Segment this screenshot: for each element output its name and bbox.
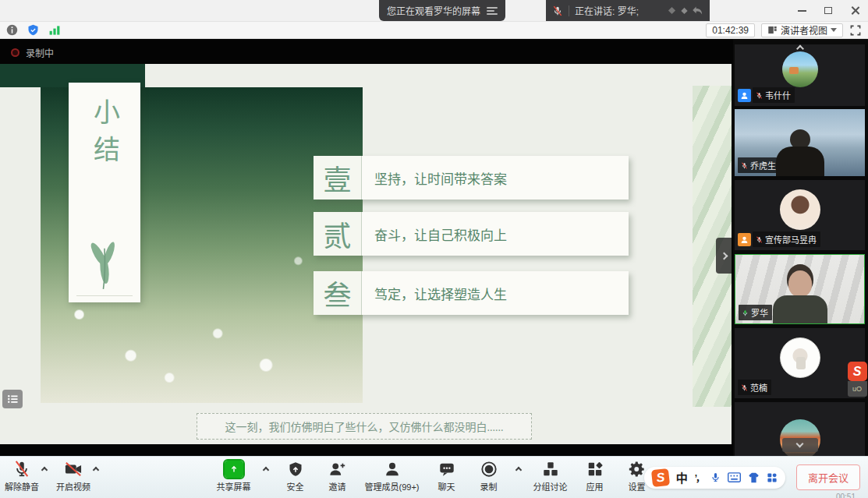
watching-banner-text: 您正在观看罗华的屏幕	[387, 4, 480, 17]
chat-icon	[438, 461, 455, 478]
point-text: 笃定，让选择塑造人生	[362, 271, 507, 315]
camera-off-icon	[64, 461, 83, 478]
chat-button[interactable]: 聊天	[432, 461, 462, 493]
close-button[interactable]	[841, 0, 868, 21]
annotation-list-button[interactable]	[2, 390, 23, 408]
point-text: 坚持，让时间带来答案	[362, 156, 507, 200]
manage-members-button[interactable]: 管理成员(99+)	[365, 461, 420, 493]
pen-tool-icon[interactable]	[667, 5, 677, 16]
avatar	[782, 51, 818, 87]
point-text: 奋斗，让自己积极向上	[362, 212, 507, 256]
name-tag: 宣传部马昱冉	[738, 231, 820, 247]
meeting-info-icon[interactable]	[6, 24, 18, 36]
watching-banner: 您正在观看罗华的屏幕	[379, 0, 505, 21]
participant-name: 范楠	[750, 381, 767, 394]
collapse-down-control[interactable]	[782, 438, 818, 452]
meeting-toolbar: 解除静音 开启视频 共享屏幕 安全 邀请	[0, 456, 868, 498]
invite-icon	[328, 461, 347, 478]
ime-voice-icon[interactable]	[710, 472, 721, 483]
summary-point-3: 叁 笃定，让选择塑造人生	[314, 271, 629, 315]
shape-tool-icon[interactable]	[679, 5, 689, 16]
active-mic-icon	[742, 309, 749, 317]
floating-app-logo[interactable]: S	[848, 362, 867, 381]
point-number: 叁	[314, 271, 362, 315]
ime-logo-icon[interactable]: S	[651, 468, 670, 486]
name-tag: 罗华	[739, 305, 772, 320]
muted-mic-icon	[741, 161, 748, 170]
participant-tile-speaker[interactable]: 罗华	[735, 254, 865, 324]
participant-tile-6[interactable]	[735, 402, 865, 456]
point-number: 壹	[314, 156, 362, 200]
chevron-right-icon	[720, 252, 728, 260]
unmute-options-chevron[interactable]	[42, 468, 47, 472]
caret-down-icon	[831, 28, 837, 32]
name-tag: 乔虎生	[738, 157, 780, 173]
sidebar-collapse-tab[interactable]	[716, 238, 732, 274]
members-icon	[384, 461, 401, 478]
ime-punctuation-toggle[interactable]: ’，	[695, 471, 703, 484]
breakout-rooms-button[interactable]: 分组讨论	[533, 461, 568, 493]
cohost-badge-icon	[738, 233, 751, 246]
annotation-tools[interactable]	[667, 5, 703, 16]
fullscreen-icon[interactable]	[849, 24, 862, 37]
share-screen-button[interactable]: 共享屏幕	[217, 461, 251, 493]
layout-icon	[767, 25, 778, 35]
ime-keyboard-icon[interactable]	[728, 472, 741, 482]
record-options-chevron[interactable]	[516, 468, 521, 472]
ime-mode-toggle[interactable]: 中	[676, 469, 688, 486]
ime-toolbar: S 中 ’，	[644, 467, 785, 489]
apps-button[interactable]: 应用	[580, 461, 610, 493]
participant-name: 宣传部马昱冉	[765, 233, 817, 245]
speaking-banner-text: 正在讲话: 罗华;	[575, 4, 661, 17]
point-number: 贰	[314, 212, 362, 256]
floating-app-badge[interactable]: S uO	[847, 362, 867, 397]
banner-menu-icon[interactable]	[487, 7, 498, 15]
view-mode-label: 演讲者视图	[781, 23, 827, 37]
share-options-chevron[interactable]	[264, 468, 268, 472]
participant-tile-1[interactable]: 韦什什	[735, 44, 865, 106]
share-screen-icon	[225, 461, 243, 478]
slide-footer-text: 这一刻，我们仿佛明白了些什么，又仿佛什么都没明白......	[225, 419, 504, 434]
invite-button[interactable]: 邀请	[323, 461, 353, 493]
meeting-timer: 01:42:39	[706, 23, 755, 37]
participant-name: 乔虎生	[750, 159, 776, 171]
security-icon	[288, 461, 303, 478]
security-button[interactable]: 安全	[281, 461, 310, 493]
maximize-button[interactable]	[815, 0, 841, 21]
undo-icon[interactable]	[692, 5, 703, 16]
shared-screen-area: 录制中 小结 壹 坚持，让时间带来答案	[0, 39, 868, 456]
meeting-info-bar: 01:42:39 演讲者视图	[0, 22, 868, 39]
window-controls	[788, 0, 868, 21]
participant-tile-5[interactable]: 范楠	[735, 328, 865, 398]
start-video-button[interactable]: 开启视频	[56, 461, 90, 493]
leave-meeting-button[interactable]: 离开会议	[796, 464, 860, 490]
floating-app-sub: uO	[848, 381, 867, 397]
security-shield-icon[interactable]	[27, 24, 39, 36]
record-icon	[480, 461, 498, 478]
avatar	[780, 337, 820, 378]
muted-mic-icon	[756, 91, 763, 100]
participant-name: 韦什什	[765, 89, 791, 101]
name-tag: 韦什什	[738, 87, 795, 103]
participant-name: 罗华	[751, 306, 768, 319]
record-button[interactable]: 录制	[474, 461, 504, 493]
network-signal-icon[interactable]	[48, 25, 61, 36]
ime-toolbox-icon[interactable]	[767, 472, 778, 483]
muted-mic-icon	[741, 383, 748, 392]
name-tag: 范楠	[738, 380, 771, 395]
apps-icon	[586, 461, 604, 478]
collapse-up-control[interactable]	[797, 46, 802, 51]
slide-title: 小结	[86, 98, 124, 173]
view-mode-selector[interactable]: 演讲者视图	[761, 23, 843, 37]
minimize-button[interactable]	[788, 0, 815, 21]
title-bar: 您正在观看罗华的屏幕 正在讲话: 罗华;	[0, 0, 868, 22]
muted-mic-icon	[756, 235, 763, 244]
taskbar-clock: 00:51	[836, 493, 856, 498]
video-options-chevron[interactable]	[94, 468, 98, 472]
unmute-button[interactable]: 解除静音	[5, 461, 39, 493]
participant-tile-3[interactable]: 宣传部马昱冉	[735, 180, 865, 250]
participant-tile-2[interactable]: 乔虎生	[735, 109, 865, 176]
slide-title-card: 小结	[69, 83, 140, 302]
ime-skin-icon[interactable]	[748, 472, 760, 483]
slide-footer-box: 这一刻，我们仿佛明白了些什么，又仿佛什么都没明白......	[197, 413, 532, 440]
